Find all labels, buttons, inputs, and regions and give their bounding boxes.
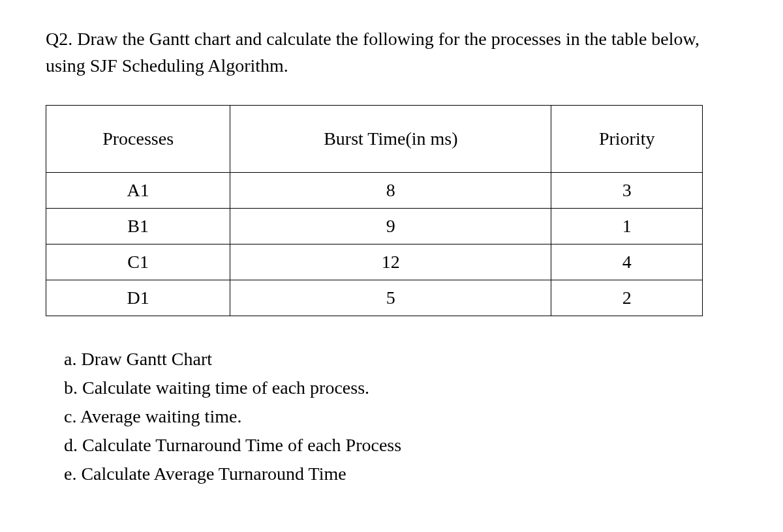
cell-burst: 12 [230, 244, 551, 280]
cell-process: D1 [46, 280, 230, 316]
cell-burst: 5 [230, 280, 551, 316]
cell-burst: 8 [230, 173, 551, 209]
col-header-burst: Burst Time(in ms) [230, 106, 551, 173]
cell-process: B1 [46, 209, 230, 244]
subpart-c: c. Average waiting time. [64, 403, 737, 430]
col-header-processes: Processes [46, 106, 230, 173]
col-header-priority: Priority [551, 106, 703, 173]
table-row: D1 5 2 [46, 280, 703, 316]
cell-process: A1 [46, 173, 230, 209]
question-prompt: Q2. Draw the Gantt chart and calculate t… [46, 26, 737, 79]
cell-priority: 4 [551, 244, 703, 280]
cell-priority: 3 [551, 173, 703, 209]
cell-process: C1 [46, 244, 230, 280]
cell-priority: 2 [551, 280, 703, 316]
subparts-list: a. Draw Gantt Chart b. Calculate waiting… [46, 346, 737, 488]
subpart-d: d. Calculate Turnaround Time of each Pro… [64, 432, 737, 459]
subpart-b: b. Calculate waiting time of each proces… [64, 374, 737, 402]
table-row: A1 8 3 [46, 173, 703, 209]
cell-burst: 9 [230, 209, 551, 244]
process-table: Processes Burst Time(in ms) Priority A1 … [46, 105, 703, 316]
table-row: B1 9 1 [46, 209, 703, 244]
table-row: C1 12 4 [46, 244, 703, 280]
subpart-e: e. Calculate Average Turnaround Time [64, 460, 737, 488]
table-header-row: Processes Burst Time(in ms) Priority [46, 106, 703, 173]
subpart-a: a. Draw Gantt Chart [64, 346, 737, 373]
cell-priority: 1 [551, 209, 703, 244]
